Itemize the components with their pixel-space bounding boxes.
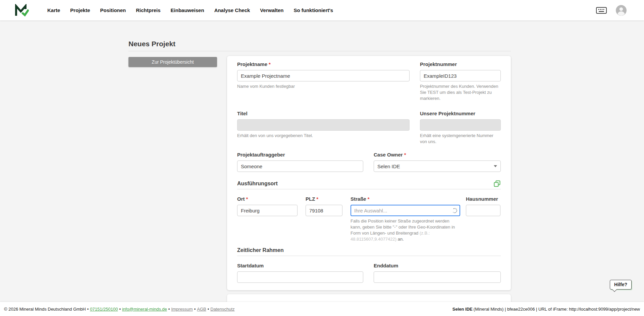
ausfuehrungsort-heading: Ausführungsort <box>237 180 278 188</box>
zeitlicher-rahmen-section-header: Zeitlicher Rahmen <box>237 246 501 254</box>
startdatum-label: Startdatum <box>237 263 363 269</box>
nav-item-karte[interactable]: Karte <box>47 7 60 13</box>
chevron-down-icon <box>494 165 497 167</box>
footer-right: Selen IDE (Mineral Minds) | bfeae22ce006… <box>452 307 640 312</box>
help-button[interactable]: Hilfe? <box>610 280 632 290</box>
brand-logo[interactable] <box>15 4 29 17</box>
zeitlicher-rahmen-heading: Zeitlicher Rahmen <box>237 246 284 254</box>
enddatum-field-group: Enddatum <box>374 263 501 283</box>
projektname-helper: Name vom Kunden festlegbar <box>237 83 410 89</box>
nav-item-einbauweisen[interactable]: Einbauweisen <box>171 7 204 13</box>
user-avatar[interactable] <box>616 5 627 16</box>
new-project-form-card: Projektname* Name vom Kunden festlegbar … <box>227 56 511 290</box>
footer-separator: • <box>208 307 209 312</box>
form-row-name-number: Projektname* Name vom Kunden festlegbar … <box>237 61 501 102</box>
strasse-label: Straße* <box>351 196 460 202</box>
mineral-minds-logo-icon <box>15 4 29 17</box>
ort-field-group: Ort* <box>237 196 298 242</box>
section-divider <box>237 189 501 189</box>
page-title: Neues Projekt <box>128 40 175 48</box>
case-owner-field-group: Case Owner* Selen IDE <box>374 152 501 172</box>
footer-phone-link[interactable]: 07151/250100 <box>90 307 118 312</box>
ort-label: Ort* <box>237 196 298 202</box>
titel-field-group: Titel Erhält den von uns vorgegebenen Ti… <box>237 111 410 145</box>
strasse-helper-suffix: an. <box>396 237 404 242</box>
nav-item-richtpreis[interactable]: Richtpreis <box>136 7 160 13</box>
required-asterisk: * <box>316 196 318 202</box>
nav-item-projekte[interactable]: Projekte <box>70 7 90 13</box>
startdatum-input[interactable] <box>237 271 363 283</box>
keyboard-icon[interactable] <box>596 7 607 14</box>
projektnummer-input[interactable] <box>420 70 501 81</box>
strasse-field-group: Straße* Falls die Position keiner Straße… <box>351 196 460 242</box>
plz-label-text: PLZ <box>306 196 315 202</box>
case-owner-label: Case Owner* <box>374 152 501 158</box>
enddatum-label: Enddatum <box>374 263 501 269</box>
projektauftraggeber-input[interactable] <box>237 161 363 172</box>
case-owner-selected-value: Selen IDE <box>377 164 400 169</box>
projektnummer-field-group: Projektnummer Projektnummer des Kunden. … <box>420 61 501 102</box>
projektname-label: Projektname* <box>237 61 410 67</box>
ausfuehrungsort-section-header: Ausführungsort <box>237 180 501 188</box>
footer-email-link[interactable]: info@mineral-minds.de <box>122 307 167 312</box>
enddatum-input[interactable] <box>374 271 501 283</box>
strasse-helper-main: Falls die Position keiner Straße zugeord… <box>351 218 455 236</box>
footer-separator: • <box>168 307 170 312</box>
hausnummer-label: Hausnummer <box>466 196 500 202</box>
back-to-project-overview-button[interactable]: Zur Projektübersicht <box>128 57 217 67</box>
hausnummer-input[interactable] <box>466 205 500 216</box>
footer-separator: • <box>194 307 196 312</box>
title-divider <box>128 51 511 51</box>
footer-left: © 2026 Mineral Minds Deutschland GmbH • … <box>4 307 235 312</box>
projektnummer-helper: Projektnummer des Kunden. Verwenden Sie … <box>420 83 501 102</box>
footer-session-user: Selen IDE <box>452 307 473 312</box>
form-row-dates: Startdatum Enddatum <box>237 263 501 283</box>
projektauftraggeber-label: Projektauftraggeber <box>237 152 363 158</box>
main-navigation: Karte Projekte Positionen Richtpreis Ein… <box>47 7 333 13</box>
projektname-input[interactable] <box>237 70 410 81</box>
strasse-label-text: Straße <box>351 196 366 202</box>
plz-field-group: PLZ* <box>306 196 342 242</box>
required-asterisk: * <box>368 196 370 202</box>
unsere-projektnummer-input <box>420 119 501 131</box>
required-asterisk: * <box>246 196 248 202</box>
section-divider <box>237 256 501 256</box>
projektnummer-label: Projektnummer <box>420 61 501 67</box>
page-footer: © 2026 Mineral Minds Deutschland GmbH • … <box>0 302 644 316</box>
ort-input[interactable] <box>237 205 298 216</box>
footer-separator: • <box>119 307 121 312</box>
nav-item-so-funktionierts[interactable]: So funktioniert's <box>293 7 333 13</box>
plz-label: PLZ* <box>306 196 342 202</box>
ort-label-text: Ort <box>237 196 245 202</box>
strasse-helper: Falls die Position keiner Straße zugeord… <box>351 218 460 242</box>
unsere-projektnummer-helper: Erhält eine systemgenerierte Nummer von … <box>420 133 501 145</box>
projektauftraggeber-field-group: Projektauftraggeber <box>237 152 363 172</box>
case-owner-label-text: Case Owner <box>374 152 403 157</box>
strasse-input[interactable] <box>351 205 460 216</box>
unsere-projektnummer-label: Unsere Projektnummer <box>420 111 501 117</box>
top-navbar: Karte Projekte Positionen Richtpreis Ein… <box>0 0 644 20</box>
footer-impressum-link[interactable]: Impressum <box>171 307 193 312</box>
projektname-field-group: Projektname* Name vom Kunden festlegbar <box>237 61 410 102</box>
unsere-projektnummer-field-group: Unsere Projektnummer Erhält eine systemg… <box>420 111 501 145</box>
nav-item-positionen[interactable]: Positionen <box>100 7 126 13</box>
form-row-titel-unsere-nummer: Titel Erhält den von uns vorgegebenen Ti… <box>237 111 501 145</box>
form-row-auftraggeber-owner: Projektauftraggeber Case Owner* Selen ID… <box>237 152 501 172</box>
nav-item-verwalten[interactable]: Verwalten <box>260 7 283 13</box>
nav-item-analyse-check[interactable]: Analyse Check <box>214 7 250 13</box>
required-asterisk: * <box>269 61 271 67</box>
loading-spinner-icon <box>452 208 457 213</box>
case-owner-select[interactable]: Selen IDE <box>374 161 501 172</box>
footer-agb-link[interactable]: AGB <box>197 307 206 312</box>
form-row-address: Ort* PLZ* Straße* Falls die Position kei… <box>237 196 501 242</box>
footer-copyright: © 2026 Mineral Minds Deutschland GmbH <box>4 307 86 312</box>
copy-icon[interactable] <box>493 180 501 187</box>
footer-separator: • <box>87 307 89 312</box>
navbar-right-controls <box>596 5 627 16</box>
footer-datenschutz-link[interactable]: Datenschutz <box>210 307 234 312</box>
hausnummer-field-group: Hausnummer <box>466 196 500 242</box>
titel-helper: Erhält den von uns vorgegebenen Titel. <box>237 133 410 139</box>
required-asterisk: * <box>404 152 406 157</box>
plz-input[interactable] <box>306 205 342 216</box>
projektname-label-text: Projektname <box>237 61 267 67</box>
